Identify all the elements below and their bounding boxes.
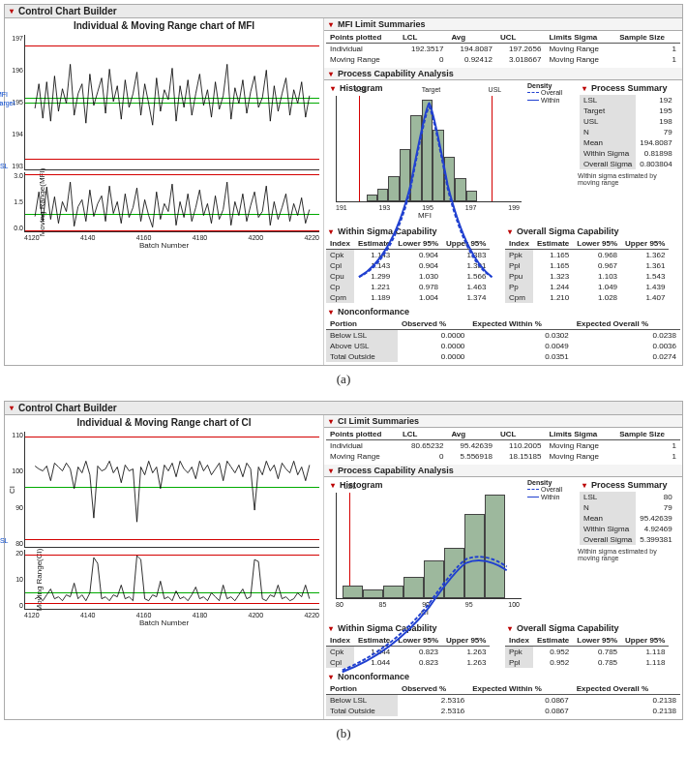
hist-block-a: ▾ Histogram LSL Target USL bbox=[324, 80, 525, 226]
builder-header-a[interactable]: ▾ Control Chart Builder bbox=[5, 5, 682, 18]
disclosure-icon[interactable]: ▾ bbox=[328, 84, 337, 93]
legend-b: Density Overall Within bbox=[525, 477, 576, 622]
right-col-a: ▾ MFI Limit Summaries Points plottedLCLA… bbox=[324, 18, 682, 365]
limitsum-header-b[interactable]: ▾ CI Limit Summaries bbox=[324, 415, 682, 428]
density-curve-b bbox=[337, 493, 522, 678]
summary-table-a: LSL192 Target195 USL198 N79 Mean194.8087… bbox=[580, 95, 676, 169]
overall-table-b: IndexEstimateLower 95%Upper 95% Ppk0.952… bbox=[505, 635, 669, 668]
builder-title-b: Control Chart Builder bbox=[18, 403, 117, 413]
charts-a: Individual & Moving Range chart of MFI 1… bbox=[5, 18, 324, 365]
disclosure-icon[interactable]: ▾ bbox=[580, 481, 588, 490]
chart-title-a: Individual & Moving Range chart of MFI bbox=[5, 18, 323, 33]
label-b: (b) bbox=[4, 726, 683, 741]
builder-header-b[interactable]: ▾ Control Chart Builder bbox=[5, 402, 682, 415]
disclosure-icon[interactable]: ▾ bbox=[580, 84, 588, 93]
limit-table-a: Points plottedLCLAvgUCLLimits SigmaSampl… bbox=[326, 32, 680, 65]
disclosure-icon[interactable]: ▾ bbox=[326, 20, 335, 29]
nonconf-header-a[interactable]: ▾Nonconformance bbox=[324, 306, 682, 317]
series-line-b1 bbox=[25, 432, 319, 550]
overall-cap-b: ▾Overall Sigma Capability IndexEstimateL… bbox=[503, 622, 682, 671]
overall-table-a: IndexEstimateLower 95%Upper 95% Ppk1.165… bbox=[505, 238, 669, 303]
individual-chart-a: 197196 195194 193 MFI Target LSL bbox=[24, 35, 319, 170]
x-label-b: Batch Number bbox=[5, 618, 323, 627]
histogram-a: LSL Target USL bbox=[336, 96, 522, 202]
disclosure-icon[interactable]: ▾ bbox=[326, 673, 335, 681]
summary-note-b: Within sigma estimated by moving range bbox=[578, 548, 680, 561]
y1-label-b: CI bbox=[8, 486, 16, 494]
charts-b: Individual & Moving Range chart of CI 11… bbox=[5, 415, 324, 719]
limit-table-b: Points plottedLCLAvgUCLLimits SigmaSampl… bbox=[326, 429, 680, 462]
mfi-label: MFI bbox=[0, 91, 8, 98]
y-ticks-b2: 2010 0 bbox=[4, 550, 23, 609]
chart-title-b: Individual & Moving Range chart of CI bbox=[5, 415, 323, 430]
mr-chart-b: 2010 0 Moving Range(CI) bbox=[24, 550, 319, 610]
limitsum-header-a[interactable]: ▾ MFI Limit Summaries bbox=[324, 18, 682, 31]
disclosure-icon[interactable]: ▾ bbox=[7, 404, 15, 412]
overall-cap-a: ▾Overall Sigma Capability IndexEstimateL… bbox=[503, 226, 682, 306]
legend-a: Density Overall Within bbox=[525, 80, 576, 226]
pca-header-b[interactable]: ▾ Process Capability Analysis bbox=[324, 465, 682, 477]
summary-b: ▾ Process Summary LSL80 N79 Mean95.42639… bbox=[576, 477, 682, 622]
summary-note-a: Within sigma estimated by moving range bbox=[578, 172, 680, 186]
series-line-b2 bbox=[25, 550, 319, 611]
disclosure-icon[interactable]: ▾ bbox=[326, 417, 335, 426]
nonconf-table-a: PortionObserved %Expected Within %Expect… bbox=[326, 318, 680, 362]
disclosure-icon[interactable]: ▾ bbox=[326, 308, 335, 317]
disclosure-icon[interactable]: ▾ bbox=[326, 467, 335, 475]
hist-block-b: ▾ Histogram LSL bbox=[324, 477, 525, 622]
x-axis-b: 41204140 41604180 42004220 bbox=[24, 612, 319, 618]
label-a: (a) bbox=[4, 372, 683, 387]
right-col-b: ▾ CI Limit Summaries Points plottedLCLAv… bbox=[324, 415, 682, 719]
disclosure-icon[interactable]: ▾ bbox=[326, 624, 335, 633]
disclosure-icon[interactable]: ▾ bbox=[326, 227, 335, 236]
builder-title-a: Control Chart Builder bbox=[18, 6, 117, 16]
summary-table-b: LSL80 N79 Mean95.42639 Within Sigma4.924… bbox=[580, 492, 676, 545]
individual-chart-b: 110100 9080 CI LSL bbox=[24, 432, 319, 548]
x-axis-a: 41204140 41604180 42004220 bbox=[24, 234, 319, 241]
lsl-tag-a: LSL bbox=[0, 163, 8, 169]
summary-header-b[interactable]: ▾ Process Summary bbox=[578, 479, 680, 491]
disclosure-icon[interactable]: ▾ bbox=[326, 70, 335, 78]
density-curve-a bbox=[337, 96, 522, 281]
panel-a: ▾ Control Chart Builder Individual & Mov… bbox=[4, 4, 683, 366]
panel-b: ▾ Control Chart Builder Individual & Mov… bbox=[4, 401, 683, 720]
y-ticks-a2: 3.01.50.0 bbox=[4, 172, 23, 231]
x-label-a: Batch Number bbox=[5, 241, 323, 250]
summary-a: ▾ Process Summary LSL192 Target195 USL19… bbox=[576, 80, 682, 226]
summary-header-a[interactable]: ▾ Process Summary bbox=[578, 82, 680, 94]
target-tag: Target bbox=[0, 100, 15, 106]
disclosure-icon[interactable]: ▾ bbox=[328, 481, 337, 490]
pca-header-a[interactable]: ▾ Process Capability Analysis bbox=[324, 68, 682, 80]
histogram-b: LSL bbox=[336, 493, 522, 599]
lsl-tag-b: LSL bbox=[0, 537, 8, 544]
series-line-a2 bbox=[25, 172, 319, 233]
disclosure-icon[interactable]: ▾ bbox=[7, 7, 15, 15]
nonconf-table-b: PortionObserved %Expected Within %Expect… bbox=[326, 683, 680, 716]
series-line-a1 bbox=[25, 35, 319, 172]
mr-chart-a: 3.01.50.0 Moving Range(MFI) bbox=[24, 172, 319, 232]
